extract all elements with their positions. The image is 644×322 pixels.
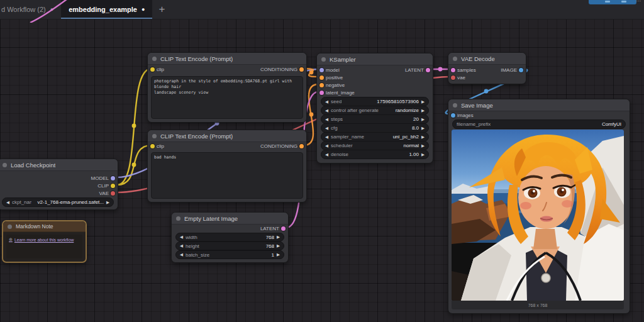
- next-arrow-icon[interactable]: ▶: [421, 143, 425, 148]
- input-vae[interactable]: vae: [449, 74, 465, 81]
- prev-arrow-icon[interactable]: ◀: [180, 252, 183, 257]
- node-header[interactable]: VAE Decode: [448, 53, 526, 65]
- next-arrow-icon[interactable]: ▶: [421, 108, 425, 113]
- node-header[interactable]: Markdown Note: [3, 221, 86, 232]
- port-dot-conditioning[interactable]: [319, 83, 324, 87]
- generated-image-preview[interactable]: [452, 130, 624, 301]
- port-dot-conditioning[interactable]: [319, 75, 324, 80]
- collapse-dot-icon[interactable]: [176, 216, 180, 221]
- next-arrow-icon[interactable]: ▶: [421, 152, 425, 157]
- prev-arrow-icon[interactable]: ◀: [325, 152, 328, 157]
- port-dot-image[interactable]: [519, 68, 523, 72]
- node-markdown-note[interactable]: Markdown Note ⊕ Learn more about this wo…: [2, 220, 87, 263]
- port-dot-latent[interactable]: [451, 68, 455, 72]
- workflow-docs-link[interactable]: ⊕ Learn more about this workflow: [9, 237, 80, 242]
- port-dot-model[interactable]: [319, 68, 324, 72]
- input-images[interactable]: images: [449, 111, 474, 119]
- output-conditioning[interactable]: CONDITIONING: [260, 142, 306, 150]
- node-header[interactable]: KSampler: [317, 53, 433, 65]
- node-header[interactable]: Empty Latent Image: [172, 213, 288, 225]
- port-dot-conditioning[interactable]: [299, 67, 304, 72]
- node-ksampler[interactable]: KSampler model LATENT positive negative …: [316, 53, 433, 164]
- prev-arrow-icon[interactable]: ◀: [180, 235, 183, 240]
- tab-unsaved-workflow[interactable]: d Workflow (2) ●: [0, 0, 61, 19]
- port-dot-clip[interactable]: [150, 67, 155, 72]
- node-header[interactable]: Save Image: [448, 99, 630, 111]
- output-conditioning[interactable]: CONDITIONING: [260, 65, 306, 73]
- node-empty-latent-image[interactable]: Empty Latent Image LATENT ◀ width 768 ▶ …: [171, 212, 289, 263]
- prev-arrow-icon[interactable]: ◀: [6, 200, 9, 205]
- new-workflow-button[interactable]: +: [152, 0, 171, 19]
- node-save-image[interactable]: Save Image images filename_prefix ComfyU…: [448, 99, 630, 314]
- scheduler-widget[interactable]: ◀ scheduler normal ▶: [321, 141, 429, 150]
- output-image[interactable]: IMAGE: [501, 66, 525, 74]
- input-latent-image[interactable]: latent_image: [318, 89, 355, 96]
- node-vae-decode[interactable]: VAE Decode samples IMAGE vae: [448, 52, 526, 84]
- next-arrow-icon[interactable]: ▶: [421, 126, 425, 131]
- width-widget[interactable]: ◀ width 768 ▶: [175, 233, 284, 242]
- steps-widget[interactable]: ◀ steps 20 ▶: [321, 114, 429, 124]
- node-load-checkpoint[interactable]: Load Checkpoint MODEL CLIP VAE ◀ ckpt_na…: [0, 158, 118, 210]
- height-widget[interactable]: ◀ height 768 ▶: [175, 242, 284, 250]
- prev-arrow-icon[interactable]: ◀: [325, 135, 328, 140]
- port-dot-vae[interactable]: [111, 191, 115, 196]
- port-dot-latent[interactable]: [426, 68, 430, 72]
- input-negative[interactable]: negative: [318, 81, 345, 89]
- node-clip-text-encode-positive[interactable]: CLIP Text Encode (Prompt) clip CONDITION…: [147, 52, 307, 123]
- prev-arrow-icon[interactable]: ◀: [325, 126, 328, 131]
- prompt-textarea[interactable]: bad hands: [151, 152, 303, 199]
- input-clip[interactable]: clip: [148, 142, 164, 150]
- batch-size-widget[interactable]: ◀ batch_size 1 ▶: [175, 250, 284, 259]
- input-samples[interactable]: samples: [449, 66, 476, 74]
- tab-embedding-example[interactable]: embedding_example ●: [61, 0, 152, 19]
- node-header[interactable]: CLIP Text Encode (Prompt): [148, 130, 306, 142]
- next-arrow-icon[interactable]: ▶: [277, 243, 280, 248]
- prev-arrow-icon[interactable]: ◀: [325, 99, 328, 104]
- ckpt-name-widget[interactable]: ◀ ckpt_name v2-1_768-ema-pruned.safet...…: [2, 197, 114, 207]
- prompt-textarea[interactable]: photograph in the style of embedding:SDA…: [151, 76, 303, 119]
- topbar-more-icon[interactable]: ⋯: [635, 0, 642, 4]
- port-dot-latent[interactable]: [319, 91, 324, 95]
- prev-arrow-icon[interactable]: ◀: [325, 117, 328, 122]
- port-dot-vae[interactable]: [451, 75, 455, 80]
- input-clip[interactable]: clip: [148, 65, 164, 73]
- next-arrow-icon[interactable]: ▶: [277, 235, 280, 240]
- control-after-generate-widget[interactable]: ◀ control after generate randomize ▶: [321, 106, 429, 115]
- next-arrow-icon[interactable]: ▶: [277, 252, 280, 257]
- next-arrow-icon[interactable]: ▶: [421, 99, 425, 104]
- prev-arrow-icon[interactable]: ◀: [325, 108, 328, 113]
- cfg-widget[interactable]: ◀ cfg 8.0 ▶: [321, 123, 429, 133]
- input-model[interactable]: model: [318, 66, 340, 74]
- port-dot-image[interactable]: [451, 113, 455, 118]
- node-clip-text-encode-negative[interactable]: CLIP Text Encode (Prompt) clip CONDITION…: [147, 130, 307, 203]
- output-model[interactable]: MODEL: [91, 174, 117, 182]
- prev-arrow-icon[interactable]: ◀: [325, 143, 328, 148]
- collapse-dot-icon[interactable]: [3, 163, 7, 167]
- output-latent[interactable]: LATENT: [405, 66, 432, 74]
- next-arrow-icon[interactable]: ▶: [421, 135, 425, 140]
- node-header[interactable]: Load Checkpoint: [0, 159, 118, 171]
- collapse-dot-icon[interactable]: [152, 134, 157, 138]
- queue-run-button[interactable]: [589, 0, 636, 4]
- sampler-name-widget[interactable]: ◀ sampler_name uni_pc_bh2 ▶: [321, 132, 429, 142]
- denoise-widget[interactable]: ◀ denoise 1.00 ▶: [321, 150, 429, 159]
- filename-prefix-widget[interactable]: filename_prefix ComfyUI: [452, 119, 626, 129]
- collapse-dot-icon[interactable]: [321, 57, 326, 62]
- output-latent[interactable]: LATENT: [260, 225, 287, 232]
- port-dot-conditioning[interactable]: [299, 144, 304, 148]
- collapse-dot-icon[interactable]: [453, 103, 457, 108]
- collapse-dot-icon[interactable]: [453, 57, 457, 61]
- seed-widget[interactable]: ◀ seed 175965810573906 ▶: [321, 97, 429, 106]
- port-dot-model[interactable]: [111, 176, 115, 180]
- output-vae[interactable]: VAE: [99, 189, 117, 197]
- collapse-dot-icon[interactable]: [8, 225, 12, 229]
- next-arrow-icon[interactable]: ▶: [106, 200, 109, 205]
- collapse-dot-icon[interactable]: [152, 57, 157, 61]
- output-clip[interactable]: CLIP: [97, 182, 117, 189]
- node-header[interactable]: CLIP Text Encode (Prompt): [148, 53, 306, 65]
- port-dot-clip[interactable]: [111, 184, 115, 188]
- port-dot-latent[interactable]: [281, 226, 286, 231]
- port-dot-clip[interactable]: [150, 144, 155, 148]
- input-positive[interactable]: positive: [318, 74, 343, 81]
- next-arrow-icon[interactable]: ▶: [421, 117, 425, 122]
